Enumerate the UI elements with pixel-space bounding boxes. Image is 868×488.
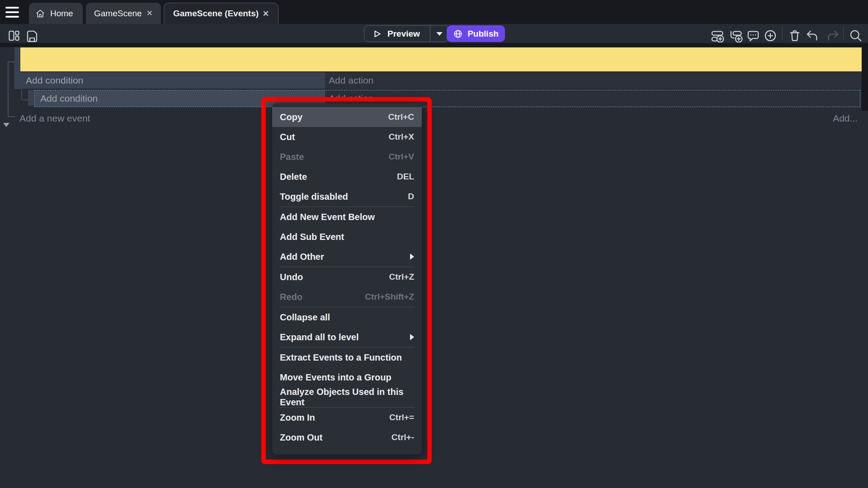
preview-options-button[interactable]: [430, 26, 448, 42]
add-comment-icon[interactable]: [746, 29, 760, 42]
add-condition-link[interactable]: Add condition: [20, 72, 325, 89]
event-drag-handle[interactable]: [14, 47, 20, 89]
delete-icon[interactable]: [788, 29, 802, 42]
menu-item-delete[interactable]: DeleteDEL: [272, 167, 422, 187]
scrollbar-track[interactable]: [862, 43, 868, 111]
tab-label: Home: [50, 9, 73, 19]
add-event-icon[interactable]: [711, 29, 724, 42]
add-new-event-link[interactable]: Add a new event: [19, 112, 90, 125]
menu-item-copy[interactable]: CopyCtrl+C: [272, 107, 422, 127]
events-sheet: Add condition Add action Add condition A…: [0, 43, 868, 488]
menu-item-analyze-objects[interactable]: Analyze Objects Used in this Event: [272, 387, 422, 407]
menu-item-undo[interactable]: UndoCtrl+Z: [272, 267, 422, 287]
menu-item-zoom-out[interactable]: Zoom OutCtrl+-: [272, 427, 422, 447]
menu-item-expand-all-to-level[interactable]: Expand all to level: [272, 327, 422, 347]
editor-layout-icon[interactable]: [7, 29, 21, 42]
tab-gamescene[interactable]: GameScene ✕: [86, 3, 161, 24]
publish-button[interactable]: Publish: [447, 25, 505, 42]
menu-item-add-new-event-below[interactable]: Add New Event Below: [272, 207, 422, 227]
close-icon[interactable]: ✕: [261, 8, 271, 19]
main-menu-icon[interactable]: [5, 7, 19, 18]
toolbar-separator: [782, 27, 783, 40]
tab-bar: Home GameScene ✕ GameScene (Events) ✕: [0, 0, 868, 24]
hamburger-bar: [5, 11, 19, 13]
panel-divider: [0, 43, 868, 47]
menu-item-redo[interactable]: RedoCtrl+Shift+Z: [272, 287, 422, 307]
menu-item-zoom-in[interactable]: Zoom InCtrl+=: [272, 408, 422, 427]
tree-line: [21, 89, 22, 100]
preview-button-group: Preview: [364, 25, 449, 42]
submenu-arrow-icon: [410, 253, 414, 260]
menu-item-add-sub-event[interactable]: Add Sub Event: [272, 227, 422, 247]
publish-label: Publish: [467, 29, 499, 39]
preview-label: Preview: [387, 29, 420, 39]
tree-line: [8, 61, 9, 117]
tab-label: GameScene (Events): [173, 9, 259, 19]
add-more-link[interactable]: Add...: [833, 112, 858, 125]
add-sub-event-icon[interactable]: [729, 29, 743, 42]
hamburger-bar: [5, 7, 19, 9]
collapse-arrow-icon[interactable]: [3, 123, 9, 127]
add-circle-icon[interactable]: [764, 29, 777, 42]
save-icon[interactable]: [25, 29, 39, 42]
preview-button[interactable]: Preview: [364, 26, 430, 42]
tab-label: GameScene: [94, 9, 142, 19]
hamburger-bar: [5, 16, 19, 18]
menu-item-add-other[interactable]: Add Other: [272, 247, 422, 267]
tree-line: [8, 116, 15, 117]
close-icon[interactable]: ✕: [145, 8, 155, 19]
tab-gamescene-events[interactable]: GameScene (Events) ✕: [164, 3, 278, 24]
event-drag-handle[interactable]: [28, 90, 34, 106]
context-menu: CopyCtrl+C CutCtrl+X PasteCtrl+V DeleteD…: [272, 103, 422, 455]
menu-item-collapse-all[interactable]: Collapse all: [272, 307, 422, 327]
tree-line: [21, 99, 28, 100]
play-icon: [373, 29, 382, 38]
tree-line: [8, 61, 15, 62]
menu-item-extract-events-to-function[interactable]: Extract Events to a Function: [272, 347, 422, 367]
toolbar: Preview Publish: [0, 24, 868, 43]
menu-item-move-events-into-group[interactable]: Move Events into a Group: [272, 367, 422, 387]
add-action-link[interactable]: Add action: [325, 72, 862, 89]
undo-icon[interactable]: [806, 29, 819, 42]
comment-event[interactable]: [20, 47, 862, 71]
selected-event-outline: [34, 90, 860, 107]
menu-item-toggle-disabled[interactable]: Toggle disabledD: [272, 187, 422, 206]
menu-item-paste[interactable]: PasteCtrl+V: [272, 147, 422, 167]
toolbar-separator: [843, 27, 844, 40]
search-icon[interactable]: [849, 29, 863, 42]
menu-item-cut[interactable]: CutCtrl+X: [272, 127, 422, 147]
submenu-arrow-icon: [410, 334, 414, 340]
globe-icon: [453, 29, 463, 39]
chevron-down-icon: [436, 32, 443, 36]
redo-icon[interactable]: [826, 29, 840, 42]
tab-home[interactable]: Home: [29, 3, 83, 24]
home-icon: [35, 9, 45, 19]
